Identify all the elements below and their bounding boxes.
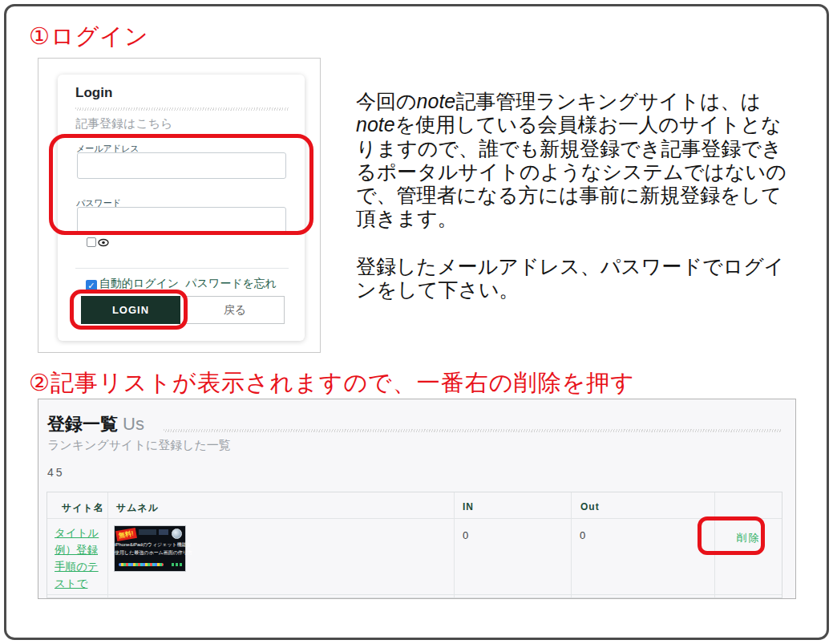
card-divider <box>75 268 289 269</box>
table-row-out-cell: 0 <box>572 519 715 594</box>
table-row-in-cell: 0 <box>455 519 572 594</box>
delete-button[interactable]: 削除 <box>737 532 761 544</box>
back-button[interactable]: 戻る <box>185 296 285 324</box>
description-text: 今回のnote記事管理ランキングサイトは、はnoteを使用している会員様お一人の… <box>356 90 799 302</box>
thumbnail-image: 無料! iPhone&iPadのウィジェット機能を 使用した最強のホーム画面の作… <box>114 525 186 572</box>
thumbnail-decoration <box>159 529 168 535</box>
app-icons-row-right <box>172 563 182 566</box>
column-header-actions <box>715 492 782 519</box>
clock-icon <box>172 529 182 539</box>
step2-title: ②記事リストが表示されますので、一番右の削除を押す <box>29 367 635 399</box>
login-heading: Login <box>75 85 112 101</box>
thumbnail-caption: iPhone&iPadのウィジェット機能を 使用した最強のホーム画面の作り方 <box>115 541 185 557</box>
heading-hatch-divider <box>75 107 289 111</box>
list-count: 45 <box>47 466 65 479</box>
column-header-site-name: サイト名 <box>47 492 108 519</box>
next-row-sliver <box>47 594 108 597</box>
login-subheading: 記事登録はこちら <box>75 116 172 132</box>
free-badge: 無料! <box>115 528 137 541</box>
list-heading-suffix: Us <box>123 414 144 434</box>
auto-login-label: 自動的ログイン <box>99 277 179 290</box>
description-paragraph-1: 今回のnote記事管理ランキングサイトは、はnoteを使用している会員様お一人の… <box>356 90 799 231</box>
auto-login-checkbox[interactable]: ✓ <box>86 280 97 291</box>
show-password-row <box>87 237 109 247</box>
list-hatch-divider <box>164 429 781 432</box>
table-row-thumbnail-cell: 無料! iPhone&iPadのウィジェット機能を 使用した最強のホーム画面の作… <box>108 519 455 594</box>
column-header-in: IN <box>455 492 572 519</box>
site-title-link[interactable]: タイトル例）登録手順のテストです。 <box>55 525 103 594</box>
check-icon: ✓ <box>87 281 95 290</box>
show-password-checkbox[interactable] <box>87 237 96 247</box>
table-row-site-name-cell: タイトル例）登録手順のテストです。 <box>47 519 108 594</box>
step1-title: ①ログイン <box>29 21 149 53</box>
registration-table: サイト名 サムネル IN Out タイトル例）登録手順のテストです。 無料! i… <box>47 492 782 598</box>
thumbnail-decoration <box>139 529 156 535</box>
login-button[interactable]: LOGIN <box>81 296 180 324</box>
eye-icon <box>98 238 109 247</box>
list-subheading: ランキングサイトに登録した一覧 <box>47 438 231 453</box>
description-paragraph-2: 登録したメールアドレス、パスワードでログインをして下さい。 <box>356 255 799 302</box>
column-header-thumbnail: サムネル <box>108 492 455 519</box>
list-heading: 登録一覧Us <box>47 412 144 436</box>
password-field[interactable] <box>77 207 286 233</box>
auto-login-row: ✓自動的ログインパスワードを忘れ <box>58 277 305 291</box>
login-card: Login 記事登録はこちら メールアドレス パスワード ✓自動的ログインパスワ… <box>58 75 305 341</box>
column-header-out: Out <box>572 492 715 519</box>
app-icons-row <box>119 563 164 566</box>
registration-list-screenshot: 登録一覧Us ランキングサイトに登録した一覧 45 サイト名 サムネル IN O… <box>38 399 796 599</box>
login-screenshot: Login 記事登録はこちら メールアドレス パスワード ✓自動的ログインパスワ… <box>38 58 321 353</box>
email-field[interactable] <box>77 152 286 179</box>
forgot-password-link[interactable]: パスワードを忘れ <box>185 277 277 290</box>
table-row-delete-cell: 削除 <box>715 519 782 594</box>
